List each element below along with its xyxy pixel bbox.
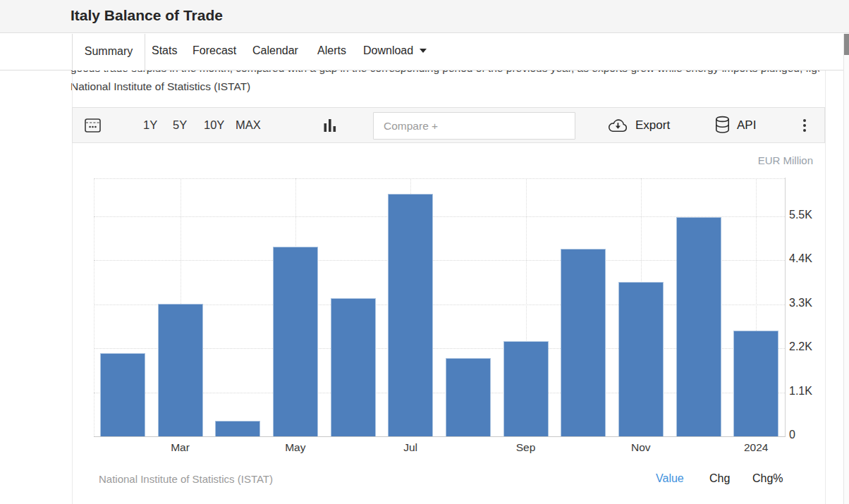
x-axis-tick-label: Sep (498, 441, 554, 454)
y-axis-tick-label: 0 (789, 429, 795, 441)
tab-forecast[interactable]: Forecast (193, 44, 236, 57)
tab-stats[interactable]: Stats (152, 44, 177, 57)
y-axis-line (785, 178, 786, 436)
chart-bar[interactable] (158, 304, 203, 436)
y-axis-tick-label: 4.4K (789, 252, 812, 265)
page: Italy Balance of Trade Summary Stats For… (0, 0, 849, 504)
y-axis-tick-label: 2.2K (789, 340, 812, 353)
chart-toolbar: 1Y 5Y 10Y MAX Export AP (72, 107, 825, 143)
y-axis-unit-label: EUR Million (683, 154, 813, 166)
x-axis-tick-label: 2024 (728, 441, 784, 454)
footer-link-chg-percent[interactable]: Chg% (752, 472, 783, 485)
api-label: API (737, 118, 756, 133)
chart-source-label: National Institute of Statistics (ISTAT) (99, 473, 273, 485)
y-axis-tick-label: 5.5K (789, 209, 812, 221)
card-border-right (825, 70, 826, 504)
calendar-button[interactable] (84, 108, 102, 142)
page-title: Italy Balance of Trade (71, 7, 223, 24)
caret-down-icon (420, 49, 427, 53)
chart-bar[interactable] (503, 341, 549, 436)
scrollbar-thumb[interactable] (844, 34, 849, 55)
api-button[interactable]: API (714, 108, 756, 142)
chart-bar[interactable] (676, 217, 721, 436)
scrollbar-track[interactable] (843, 34, 849, 504)
grid-line-vertical (94, 178, 94, 436)
chart-bar[interactable] (446, 358, 491, 436)
tab-alerts[interactable]: Alerts (317, 44, 346, 57)
chart-bar[interactable] (273, 247, 318, 436)
y-axis-tick-label: 1.1K (789, 385, 812, 398)
bar-chart-type-icon (324, 118, 336, 133)
tab-calendar[interactable]: Calendar (252, 44, 298, 57)
x-axis-tick-label: Jul (382, 441, 439, 454)
chart-bar[interactable] (388, 194, 433, 436)
footer-link-chg[interactable]: Chg (709, 472, 730, 485)
chart-bar[interactable] (733, 331, 778, 436)
kebab-menu-icon (800, 116, 809, 135)
source-attribution: National Institute of Statistics (ISTAT) (71, 80, 250, 93)
export-button[interactable]: Export (607, 108, 670, 142)
title-bar: Italy Balance of Trade (0, 0, 849, 33)
x-axis-tick-label: Mar (152, 441, 209, 454)
compare-input[interactable] (373, 112, 575, 140)
x-axis-tick-label: May (267, 441, 324, 454)
clipped-text-line: goods trade surplus in the month, compar… (71, 70, 819, 75)
chart-bar[interactable] (618, 282, 664, 436)
chart-bar[interactable] (331, 298, 376, 436)
tab-download[interactable]: Download (363, 44, 427, 57)
range-button-5y[interactable]: 5Y (173, 108, 187, 142)
database-icon (714, 116, 731, 135)
y-axis-tick-label: 3.3K (789, 297, 812, 309)
chart-bar[interactable] (215, 421, 260, 436)
more-options-button[interactable] (800, 108, 809, 142)
tab-download-label: Download (363, 44, 413, 56)
calendar-icon (84, 116, 102, 134)
export-label: Export (635, 118, 670, 133)
range-button-max[interactable]: MAX (236, 108, 261, 142)
clipped-paragraph: goods trade surplus in the month, compar… (71, 70, 819, 75)
chart-bar[interactable] (100, 353, 145, 436)
range-button-1y[interactable]: 1Y (143, 108, 157, 142)
cloud-download-icon (607, 117, 629, 133)
footer-link-value[interactable]: Value (656, 472, 684, 485)
x-axis-line (94, 436, 786, 437)
range-button-10y[interactable]: 10Y (204, 108, 224, 142)
chart-type-button[interactable] (324, 108, 336, 142)
x-axis-tick-label: Nov (613, 441, 669, 454)
tab-summary[interactable]: Summary (72, 34, 145, 70)
chart-bar[interactable] (561, 249, 606, 436)
